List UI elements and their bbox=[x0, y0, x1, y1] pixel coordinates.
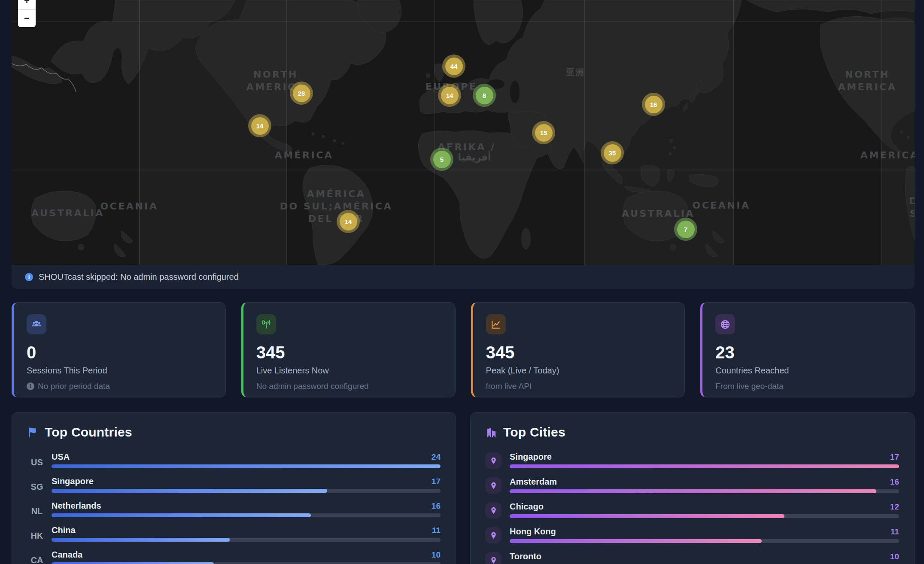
bottom-panels: Top Countries USUSA24SGSingapore17NLNeth… bbox=[12, 412, 915, 564]
row-value: 24 bbox=[432, 452, 441, 462]
stat-value: 345 bbox=[486, 344, 672, 361]
listener-cluster-marker[interactable]: 14 bbox=[248, 114, 271, 137]
listener-cluster-marker[interactable]: 16 bbox=[642, 93, 665, 116]
map-zoom-control: + − bbox=[18, 0, 36, 27]
bar-fill bbox=[52, 538, 230, 542]
cluster-count: 44 bbox=[445, 58, 463, 75]
stat-note: iNo prior period data bbox=[27, 382, 213, 391]
pin-icon bbox=[485, 477, 502, 494]
cluster-count: 16 bbox=[645, 96, 663, 113]
pin-icon bbox=[485, 502, 502, 519]
listener-cluster-marker[interactable]: 15 bbox=[532, 121, 555, 144]
bar-track bbox=[52, 513, 441, 517]
bar-fill bbox=[510, 539, 762, 543]
stat-label: Peak (Live / Today) bbox=[486, 366, 672, 376]
stat-value: 345 bbox=[256, 344, 442, 361]
globe-icon bbox=[715, 314, 735, 334]
row-value: 16 bbox=[890, 477, 899, 487]
city-list: Singapore17Amsterdam16Chicago12Hong Kong… bbox=[485, 452, 899, 564]
city-row: Toronto10 bbox=[485, 551, 899, 564]
listener-cluster-marker[interactable]: 14 bbox=[438, 84, 461, 107]
zoom-out-button[interactable]: − bbox=[18, 10, 36, 27]
row-name: Netherlands bbox=[52, 500, 101, 511]
stat-note-text: No prior period data bbox=[38, 382, 110, 391]
top-countries-title: Top Countries bbox=[45, 425, 132, 440]
row-value: 11 bbox=[432, 525, 441, 536]
chart-line-icon bbox=[486, 314, 506, 334]
city-row: Amsterdam16 bbox=[485, 476, 899, 494]
listener-map-card: NORTH AMERICAEUROPE亚洲AFRIKA /أفريقياAMÉR… bbox=[12, 0, 915, 289]
country-code: SG bbox=[27, 482, 47, 492]
city-row: Hong Kong11 bbox=[485, 526, 899, 543]
bar-track bbox=[52, 562, 441, 564]
notice-text: SHOUTcast skipped: No admin password con… bbox=[39, 272, 239, 282]
dashboard-page: NORTH AMERICAEUROPE亚洲AFRIKA /أفريقياAMÉR… bbox=[0, 0, 924, 564]
bar-fill bbox=[510, 489, 876, 493]
row-name: Toronto bbox=[510, 551, 541, 561]
cluster-count: 35 bbox=[604, 144, 621, 162]
stat-value: 23 bbox=[715, 344, 901, 361]
stat-note-text: From live geo-data bbox=[715, 382, 783, 391]
row-value: 11 bbox=[891, 527, 899, 537]
country-row: NLNetherlands16 bbox=[27, 500, 441, 517]
row-value: 12 bbox=[890, 502, 899, 512]
country-row: CACanada10 bbox=[27, 549, 441, 564]
top-cities-panel: Top Cities Singapore17Amsterdam16Chicago… bbox=[470, 412, 915, 564]
cluster-count: 5 bbox=[433, 151, 451, 168]
stat-card: 23Countries ReachedFrom live geo-data bbox=[700, 302, 915, 397]
world-map-canvas bbox=[12, 0, 915, 265]
info-icon: i bbox=[25, 273, 33, 281]
stat-note: From live geo-data bbox=[715, 382, 901, 391]
bar-track bbox=[52, 489, 441, 493]
row-value: 10 bbox=[890, 552, 899, 562]
country-code: US bbox=[27, 458, 47, 467]
listener-cluster-marker[interactable]: 7 bbox=[674, 218, 697, 241]
notice-bar: i SHOUTcast skipped: No admin password c… bbox=[12, 265, 915, 289]
listener-cluster-marker[interactable]: 35 bbox=[601, 141, 624, 164]
bar-fill bbox=[510, 464, 899, 468]
row-value: 17 bbox=[432, 476, 441, 487]
zoom-in-button[interactable]: + bbox=[18, 0, 36, 9]
top-countries-panel: Top Countries USUSA24SGSingapore17NLNeth… bbox=[12, 412, 456, 564]
country-list: USUSA24SGSingapore17NLNetherlands16HKChi… bbox=[27, 452, 441, 564]
stat-note: No admin password configured bbox=[256, 382, 442, 391]
cluster-count: 14 bbox=[251, 117, 269, 135]
row-name: Chicago bbox=[510, 501, 544, 512]
stat-value: 0 bbox=[27, 344, 213, 361]
stat-note-text: from live API bbox=[486, 382, 532, 391]
stat-label: Countries Reached bbox=[715, 366, 901, 376]
info-icon: i bbox=[27, 382, 34, 390]
top-countries-header: Top Countries bbox=[27, 425, 441, 440]
stat-note: from live API bbox=[486, 382, 672, 391]
bar-track bbox=[510, 489, 899, 493]
city-row: Chicago12 bbox=[485, 501, 899, 519]
top-cities-header: Top Cities bbox=[485, 425, 899, 440]
listener-cluster-marker[interactable]: 28 bbox=[290, 82, 313, 105]
cluster-count: 28 bbox=[293, 85, 310, 102]
listener-cluster-marker[interactable]: 44 bbox=[442, 55, 465, 78]
stat-cards-row: 0Sessions This PeriodiNo prior period da… bbox=[12, 302, 915, 397]
world-map[interactable]: NORTH AMERICAEUROPE亚洲AFRIKA /أفريقياAMÉR… bbox=[12, 0, 915, 265]
country-row: USUSA24 bbox=[27, 452, 441, 468]
bar-track bbox=[510, 539, 899, 543]
listener-cluster-marker[interactable]: 8 bbox=[473, 84, 496, 107]
country-code: CA bbox=[27, 555, 47, 564]
cluster-count: 14 bbox=[441, 87, 459, 104]
bar-track bbox=[510, 514, 899, 518]
stat-label: Live Listeners Now bbox=[256, 366, 442, 376]
broadcast-icon bbox=[256, 314, 276, 334]
users-icon bbox=[27, 314, 46, 334]
country-code: NL bbox=[27, 506, 47, 516]
bar-fill bbox=[52, 464, 441, 468]
row-value: 17 bbox=[890, 452, 899, 462]
row-name: Hong Kong bbox=[510, 526, 556, 537]
cluster-count: 7 bbox=[677, 221, 695, 238]
row-value: 16 bbox=[432, 501, 441, 511]
listener-cluster-marker[interactable]: 5 bbox=[430, 148, 453, 171]
country-row: HKChina11 bbox=[27, 525, 441, 542]
flag-icon bbox=[27, 426, 39, 439]
bar-fill bbox=[510, 514, 784, 518]
listener-cluster-marker[interactable]: 14 bbox=[337, 210, 360, 233]
country-row: SGSingapore17 bbox=[27, 476, 441, 493]
cluster-count: 8 bbox=[476, 87, 493, 104]
